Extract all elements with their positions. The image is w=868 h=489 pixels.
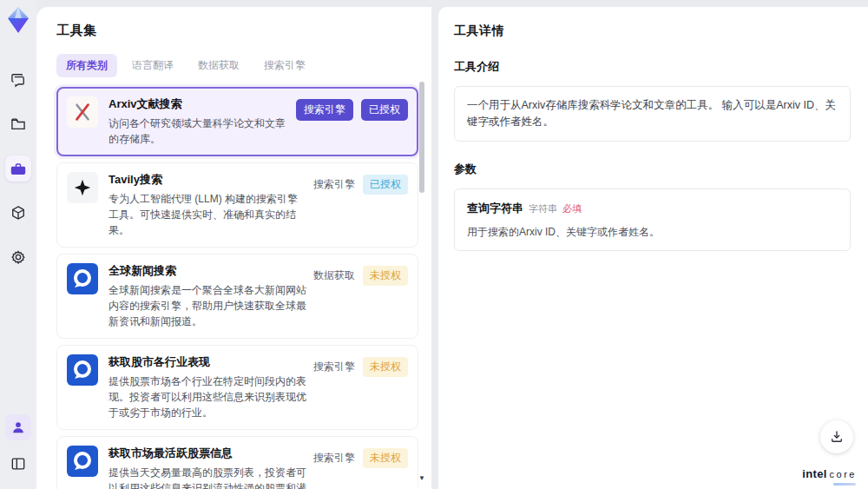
tool-name: 获取股市各行业表现 — [108, 354, 306, 370]
tool-card-badges: 搜索引擎未授权 — [313, 357, 408, 377]
arxiv-icon — [67, 96, 98, 128]
tool-card-main: 获取市场最活跃股票信息提供当天交易量最高的股票列表，投资者可以利用这些信息来识别… — [108, 446, 313, 489]
tool-name: Arxiv文献搜索 — [108, 96, 289, 112]
intel-core-logo: intel core — [802, 467, 857, 480]
tavily-star-icon — [67, 172, 98, 203]
tool-description: 全球新闻搜索是一个聚合全球各大新闻网站内容的搜索引擎，帮助用户快速获取全球最新资… — [108, 282, 306, 329]
tool-description: 提供当天交易量最高的股票列表，投资者可以利用这些信息来识别流动性强的股票和潜在的… — [108, 465, 306, 489]
tool-details-panel: 工具详情 工具介绍 一个用于从Arxiv存储库搜索科学论文和文章的工具。 输入可… — [438, 7, 868, 489]
tool-description: 提供股票市场各个行业在特定时间段内的表现。投资者可以利用这些信息来识别表现优于或… — [108, 373, 306, 420]
toolset-panel: 工具集 所有类别语言翻译数据获取搜索引擎 Arxiv文献搜索访问各个研究领域大量… — [36, 7, 431, 489]
scrollbar-thumb[interactable] — [419, 82, 424, 193]
chat-icon — [10, 71, 27, 89]
brand-accent-bar — [833, 483, 856, 486]
tool-card-main: 获取股市各行业表现提供股票市场各个行业在特定时间段内的表现。投资者可以利用这些信… — [108, 354, 313, 420]
tool-category-badge: 搜索引擎 — [313, 177, 355, 192]
tool-status-badge: 未授权 — [363, 266, 408, 286]
intro-box: 一个用于从Arxiv存储库搜索科学论文和文章的工具。 输入可以是Arxiv ID… — [454, 86, 851, 142]
tool-card-badges: 搜索引擎未授权 — [313, 448, 408, 468]
sidebar-item-panel-toggle[interactable] — [5, 451, 31, 477]
sidebar-item-settings[interactable] — [5, 244, 31, 270]
tool-category-badge: 搜索引擎 — [313, 360, 355, 374]
tool-card-main: Tavily搜索专为人工智能代理 (LLM) 构建的搜索引擎工具。可快速提供实时… — [108, 172, 313, 238]
tool-category-badge: 搜索引擎 — [313, 451, 355, 466]
download-button[interactable] — [820, 420, 853, 453]
tool-status-badge: 未授权 — [363, 448, 408, 468]
tool-status-badge: 已授权 — [361, 99, 408, 121]
sidebar-item-tools[interactable] — [5, 155, 31, 182]
download-icon — [829, 429, 845, 445]
tool-card-badges: 搜索引擎已授权 — [296, 99, 408, 121]
param-box: 查询字符串字符串必填 用于搜索的Arxiv ID、关键字或作者姓名。 — [454, 188, 851, 252]
param-name: 查询字符串 — [467, 202, 523, 215]
settings-icon — [10, 248, 27, 266]
folder-icon — [10, 116, 27, 133]
tool-card[interactable]: 获取股市各行业表现提供股票市场各个行业在特定时间段内的表现。投资者可以利用这些信… — [56, 345, 418, 430]
tool-category-badge: 搜索引擎 — [296, 99, 353, 121]
page-title: 工具集 — [56, 23, 431, 39]
tool-card[interactable]: 全球新闻搜索全球新闻搜索是一个聚合全球各大新闻网站内容的搜索引擎，帮助用户快速获… — [56, 254, 418, 339]
tool-description: 专为人工智能代理 (LLM) 构建的搜索引擎工具。可快速提供实时、准确和真实的结… — [108, 191, 306, 238]
tab-0[interactable]: 所有类别 — [56, 54, 117, 77]
sidebar-item-packages[interactable] — [5, 200, 31, 226]
brand-core: core — [830, 469, 857, 479]
tool-name: 获取市场最活跃股票信息 — [108, 446, 306, 461]
category-tabs: 所有类别语言翻译数据获取搜索引擎 — [56, 54, 431, 77]
param-header: 查询字符串字符串必填 — [467, 200, 838, 217]
tool-card[interactable]: Tavily搜索专为人工智能代理 (LLM) 构建的搜索引擎工具。可快速提供实时… — [56, 162, 418, 248]
details-title: 工具详情 — [454, 23, 851, 39]
tool-card-badges: 数据获取未授权 — [313, 266, 408, 286]
tool-status-badge: 未授权 — [363, 357, 408, 377]
param-required-badge: 必填 — [562, 203, 582, 214]
brand-intel: intel — [802, 467, 826, 480]
scrollbar-down-arrow[interactable]: ▼ — [418, 475, 425, 482]
sidebar-item-chat[interactable] — [5, 67, 31, 93]
panel-toggle-icon — [10, 455, 27, 472]
tool-list-scrollbar[interactable]: ▼ — [418, 80, 425, 475]
news-search-icon — [67, 354, 98, 386]
cube-icon — [10, 204, 27, 221]
tool-name: Tavily搜索 — [108, 172, 306, 188]
sidebar-item-files[interactable] — [5, 111, 31, 137]
sidebar-item-user[interactable] — [5, 414, 31, 440]
tool-category-badge: 数据获取 — [313, 268, 355, 283]
param-type: 字符串 — [529, 203, 557, 214]
params-heading: 参数 — [454, 162, 851, 177]
tab-2[interactable]: 数据获取 — [188, 54, 249, 77]
news-search-icon — [67, 446, 98, 477]
app-rail — [0, 0, 36, 489]
user-icon — [10, 419, 27, 436]
intro-heading: 工具介绍 — [454, 59, 851, 75]
tool-card[interactable]: Arxiv文献搜索访问各个研究领域大量科学论文和文章的存储库。搜索引擎已授权 — [56, 87, 418, 156]
tool-card-badges: 搜索引擎已授权 — [313, 175, 408, 195]
tool-name: 全球新闻搜索 — [108, 263, 306, 279]
toolbox-icon — [10, 160, 27, 177]
tool-card-main: Arxiv文献搜索访问各个研究领域大量科学论文和文章的存储库。 — [108, 96, 296, 147]
tool-description: 访问各个研究领域大量科学论文和文章的存储库。 — [108, 116, 289, 147]
tool-status-badge: 已授权 — [363, 175, 408, 195]
news-search-icon — [67, 263, 98, 294]
app-logo-icon — [5, 6, 31, 36]
tool-card[interactable]: 获取市场最活跃股票信息提供当天交易量最高的股票列表，投资者可以利用这些信息来识别… — [56, 436, 418, 489]
tab-3[interactable]: 搜索引擎 — [254, 54, 315, 77]
tool-list: Arxiv文献搜索访问各个研究领域大量科学论文和文章的存储库。搜索引擎已授权 T… — [56, 87, 418, 489]
param-description: 用于搜索的Arxiv ID、关键字或作者姓名。 — [467, 224, 838, 240]
tool-card-main: 全球新闻搜索全球新闻搜索是一个聚合全球各大新闻网站内容的搜索引擎，帮助用户快速获… — [108, 263, 313, 329]
tab-1[interactable]: 语言翻译 — [122, 54, 183, 77]
